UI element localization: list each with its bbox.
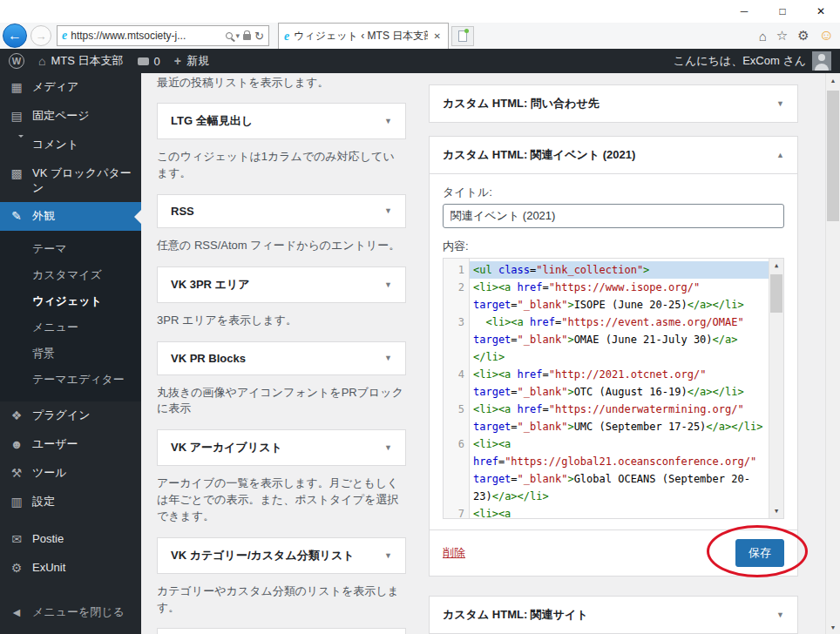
close-icon[interactable]: ✕ <box>802 0 840 23</box>
chevron-down-icon[interactable]: ▼ <box>384 354 392 362</box>
sidebar-item-label: ExUnit <box>32 561 65 576</box>
widget-box-vk-archive-list[interactable]: VK アーカイブリスト ▼ <box>157 429 406 466</box>
page-scrollbar[interactable]: ▲ ▼ <box>825 73 840 634</box>
new-label: 新規 <box>186 53 209 69</box>
code-editor[interactable]: 1<ul class="link_collection">2<li><a hre… <box>443 258 784 519</box>
url-text[interactable]: https://www.mtsociety-j... <box>71 30 221 42</box>
site-home-icon: ⌂ <box>38 54 45 68</box>
scroll-down-icon[interactable]: ▼ <box>769 504 783 518</box>
address-bar[interactable]: e https://www.mtsociety-j... ▾ ↻ <box>57 25 269 46</box>
widget-box-related-sites[interactable]: カスタム HTML: 関連サイト ▼ <box>429 596 798 634</box>
sidebar-item-tools[interactable]: ⚒ ツール <box>0 459 141 488</box>
sidebar-item-label: ツール <box>32 466 67 481</box>
chevron-down-icon[interactable]: ▼ <box>384 443 392 452</box>
widget-area-column: カスタム HTML: 問い合わせ先 ▼ カスタム HTML: 関連イベント (2… <box>429 84 798 634</box>
site-name-menu[interactable]: ⌂ MTS 日本支部 <box>38 53 124 69</box>
chevron-down-icon[interactable]: ▼ <box>384 117 392 125</box>
delete-link[interactable]: 削除 <box>443 545 465 561</box>
wordpress-logo-icon: W <box>9 53 24 69</box>
account-greeting[interactable]: こんにちは、ExCom さん <box>674 53 806 69</box>
widget-box-vk-category-list[interactable]: VK カテゴリー/カスタム分類リスト ▼ <box>157 537 406 574</box>
widget-title-input[interactable] <box>443 204 784 228</box>
chevron-down-icon[interactable]: ▼ <box>384 206 392 215</box>
avatar[interactable] <box>812 51 831 71</box>
sidebar-item-postie[interactable]: ✉ Postie <box>0 525 141 554</box>
widget-description: このウィジェットは1カラムでのみ対応しています。 <box>157 149 406 182</box>
media-icon: ▦ <box>9 80 24 95</box>
submenu-item-themes[interactable]: テーマ <box>0 236 141 262</box>
submenu-item-widgets[interactable]: ウィジェット <box>0 288 141 314</box>
comment-count: 0 <box>154 55 160 68</box>
submenu-item-background[interactable]: 背景 <box>0 341 141 367</box>
pages-icon: ▤ <box>9 109 24 124</box>
chevron-down-icon[interactable]: ▼ <box>384 280 392 289</box>
browser-tab[interactable]: e ウィジェット ‹ MTS 日本支部 ... ✕ <box>278 23 449 49</box>
back-arrow-icon: ← <box>8 28 22 44</box>
widget-box-rss[interactable]: RSS ▼ <box>157 194 406 228</box>
home-icon[interactable]: ⌂ <box>759 29 767 44</box>
sidebar-item-appearance[interactable]: ✎ 外観 <box>0 202 141 231</box>
favorites-star-icon[interactable]: ☆ <box>776 28 788 44</box>
wp-logo-menu[interactable]: W <box>9 53 24 69</box>
navbar-right-icons: ⌂ ☆ ⚙ ☺ <box>759 27 840 44</box>
browser-navbar: ← → e https://www.mtsociety-j... ▾ ↻ e ウ… <box>0 23 840 49</box>
sidebar-item-plugins[interactable]: ❖ プラグイン <box>0 401 141 430</box>
editor-scrollbar[interactable]: ▲ ▼ <box>769 259 783 518</box>
back-button[interactable]: ← <box>3 24 27 48</box>
sidebar-item-users[interactable]: ☻ ユーザー <box>0 430 141 459</box>
widget-panel-header[interactable]: カスタム HTML: 関連イベント (2021) ▲ <box>430 137 797 174</box>
submenu-item-theme-editor[interactable]: テーマエディター <box>0 367 141 393</box>
forward-button[interactable]: → <box>30 25 51 46</box>
sidebar-item-media[interactable]: ▦ メディア <box>0 73 141 102</box>
sidebar-item-label: プラグイン <box>32 408 91 423</box>
chevron-down-icon[interactable]: ▼ <box>776 99 784 108</box>
widget-description: 3PR エリアを表示します。 <box>157 313 406 329</box>
widget-description: 任意の RSS/Atom フィードからのエントリー。 <box>157 238 406 254</box>
mail-icon: ✉ <box>9 532 24 547</box>
chevron-down-icon[interactable]: ▾ <box>236 31 240 40</box>
submenu-item-customize[interactable]: カスタマイズ <box>0 262 141 288</box>
lock-icon <box>243 34 251 40</box>
maximize-icon[interactable]: □ <box>763 0 802 23</box>
site-name: MTS 日本支部 <box>51 53 123 69</box>
save-button[interactable]: 保存 <box>735 539 784 567</box>
scroll-down-icon[interactable]: ▼ <box>826 620 840 634</box>
collapse-menu-button[interactable]: ◄ メニューを閉じる <box>0 598 141 627</box>
widget-box-vk-3pr[interactable]: VK 3PR エリア ▼ <box>157 266 406 303</box>
code-editor-lines[interactable]: 1<ul class="link_collection">2<li><a hre… <box>444 259 769 518</box>
plus-icon: + <box>174 54 181 68</box>
minimize-icon[interactable]: ─ <box>725 0 763 23</box>
editor-scrollbar-thumb[interactable] <box>770 274 782 313</box>
sidebar-item-pages[interactable]: ▤ 固定ページ <box>0 102 141 131</box>
sidebar-item-exunit[interactable]: ⚙ ExUnit <box>0 554 141 583</box>
submenu-item-menus[interactable]: メニュー <box>0 314 141 341</box>
widget-box-contact[interactable]: カスタム HTML: 問い合わせ先 ▼ <box>429 84 798 123</box>
wp-admin-sidebar: ▦ メディア ▤ 固定ページ コメント ▩ VK ブロックパターン ✎ 外観 テ… <box>0 73 141 634</box>
widget-description: カテゴリーやカスタム分類のリストを表示します。 <box>157 583 406 617</box>
scroll-up-icon[interactable]: ▲ <box>826 73 840 87</box>
new-tab-icon <box>458 30 467 42</box>
tab-close-icon[interactable]: ✕ <box>432 31 443 41</box>
sidebar-item-comments[interactable]: コメント <box>0 131 141 159</box>
gear-icon[interactable]: ⚙ <box>797 28 809 44</box>
sidebar-item-settings[interactable]: ▥ 設定 <box>0 488 141 516</box>
refresh-icon[interactable]: ↻ <box>254 30 264 43</box>
page-scrollbar-thumb[interactable] <box>827 91 839 221</box>
tab-ie-icon: e <box>284 30 289 44</box>
new-content-menu[interactable]: + 新規 <box>174 53 209 69</box>
block-patterns-icon: ▩ <box>9 166 24 181</box>
scroll-up-icon[interactable]: ▲ <box>769 259 783 273</box>
comments-menu[interactable]: 0 <box>138 55 160 68</box>
widget-box-partial[interactable] <box>157 628 406 634</box>
sidebar-item-label: メニューを閉じる <box>32 605 125 620</box>
sidebar-item-vk-block-patterns[interactable]: ▩ VK ブロックパターン <box>0 159 141 203</box>
widget-box-ltg-heading[interactable]: LTG 全幅見出し ▼ <box>157 103 406 139</box>
search-icon[interactable] <box>226 32 233 39</box>
chevron-down-icon[interactable]: ▼ <box>776 610 784 619</box>
smiley-feedback-icon[interactable]: ☺ <box>819 27 834 44</box>
appearance-submenu: テーマ カスタマイズ ウィジェット メニュー 背景 テーマエディター <box>0 231 141 401</box>
new-tab-button[interactable] <box>451 26 474 46</box>
chevron-up-icon[interactable]: ▲ <box>776 151 784 159</box>
chevron-down-icon[interactable]: ▼ <box>384 551 392 560</box>
widget-box-vk-pr-blocks[interactable]: VK PR Blocks ▼ <box>157 341 406 375</box>
